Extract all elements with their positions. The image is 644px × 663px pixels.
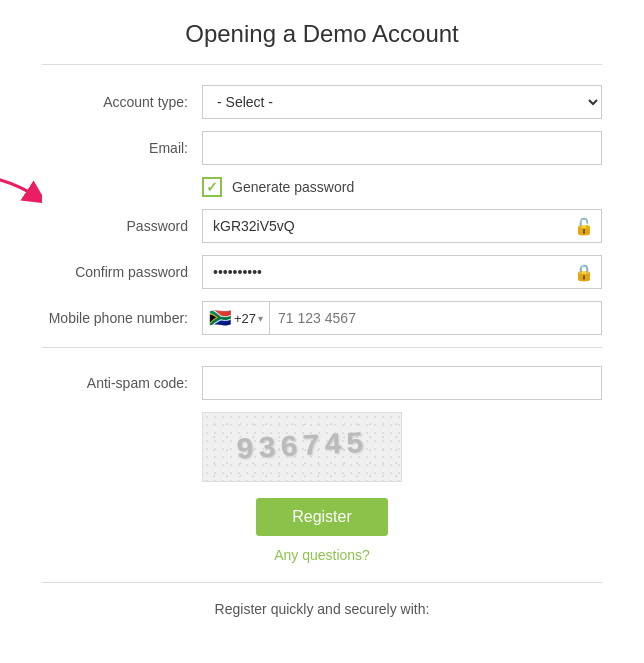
captcha-text: 936745 — [235, 427, 369, 468]
confirm-password-wrapper: 🔒 — [202, 255, 602, 289]
confirm-password-input[interactable] — [202, 255, 602, 289]
lock-open-icon[interactable]: 🔓 — [574, 217, 594, 236]
bottom-divider — [42, 582, 602, 583]
generate-password-checkbox[interactable] — [202, 177, 222, 197]
middle-divider — [42, 347, 602, 348]
phone-flag-selector[interactable]: 🇿🇦 +27 ▾ — [203, 302, 270, 334]
arrow-svg — [0, 169, 42, 209]
password-label: Password — [42, 218, 202, 234]
register-button[interactable]: Register — [256, 498, 388, 536]
register-quickly-text: Register quickly and securely with: — [42, 601, 602, 617]
phone-number-input[interactable] — [270, 302, 601, 334]
page-title: Opening a Demo Account — [42, 20, 602, 48]
account-type-row: Account type: - Select - — [42, 85, 602, 119]
mobile-phone-row: Mobile phone number: 🇿🇦 +27 ▾ — [42, 301, 602, 335]
password-input[interactable] — [202, 209, 602, 243]
account-type-select[interactable]: - Select - — [202, 85, 602, 119]
anti-spam-label: Anti-spam code: — [42, 375, 202, 391]
password-wrapper: 🔓 — [202, 209, 602, 243]
arrow-indicator — [0, 169, 42, 213]
email-input[interactable] — [202, 131, 602, 165]
anti-spam-row: Anti-spam code: — [42, 366, 602, 400]
south-africa-flag: 🇿🇦 — [209, 307, 231, 329]
anti-spam-input[interactable] — [202, 366, 602, 400]
anti-spam-section: Anti-spam code: 936745 — [42, 366, 602, 482]
phone-wrapper: 🇿🇦 +27 ▾ — [202, 301, 602, 335]
email-row: Email: — [42, 131, 602, 165]
password-row: Password 🔓 — [42, 209, 602, 243]
email-label: Email: — [42, 140, 202, 156]
confirm-password-row: Confirm password 🔒 — [42, 255, 602, 289]
lock-closed-icon[interactable]: 🔒 — [574, 263, 594, 282]
top-divider — [42, 64, 602, 65]
generate-password-label: Generate password — [232, 179, 354, 195]
mobile-phone-label: Mobile phone number: — [42, 309, 202, 327]
captcha-image: 936745 — [202, 412, 402, 482]
phone-code: +27 — [234, 311, 256, 326]
confirm-password-label: Confirm password — [42, 264, 202, 280]
page-container: Opening a Demo Account Account type: - S… — [32, 0, 612, 663]
account-type-label: Account type: — [42, 94, 202, 110]
phone-dropdown-arrow: ▾ — [258, 313, 263, 324]
any-questions-link[interactable]: Any questions? — [274, 547, 370, 563]
generate-password-row: Generate password — [42, 177, 602, 197]
any-questions-section: Any questions? — [42, 546, 602, 564]
